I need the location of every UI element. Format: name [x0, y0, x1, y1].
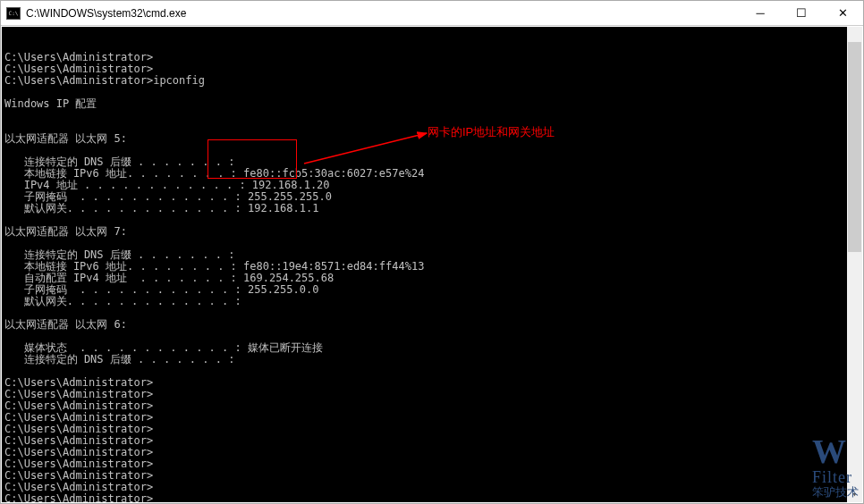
scroll-thumb[interactable]	[848, 42, 861, 252]
window-controls: ─ ☐ ✕	[740, 1, 863, 25]
window-title: C:\WINDOWS\system32\cmd.exe	[26, 7, 740, 20]
minimize-button[interactable]: ─	[740, 1, 781, 25]
maximize-button[interactable]: ☐	[781, 1, 822, 25]
scrollbar[interactable]: ▴ ▾	[847, 27, 862, 502]
cmd-icon	[6, 7, 21, 20]
watermark-line2: 笨驴技术	[812, 486, 859, 499]
terminal-content[interactable]: C:\Users\Administrator> C:\Users\Adminis…	[2, 50, 862, 502]
titlebar[interactable]: C:\WINDOWS\system32\cmd.exe ─ ☐ ✕	[1, 1, 863, 26]
terminal[interactable]: C:\Users\Administrator> C:\Users\Adminis…	[2, 27, 862, 502]
watermark-logo: W Filter 笨驴技术	[812, 434, 859, 499]
cmd-window: C:\WINDOWS\system32\cmd.exe ─ ☐ ✕ C:\Use…	[0, 0, 864, 504]
close-button[interactable]: ✕	[822, 1, 863, 25]
watermark-letter: W	[812, 434, 846, 470]
